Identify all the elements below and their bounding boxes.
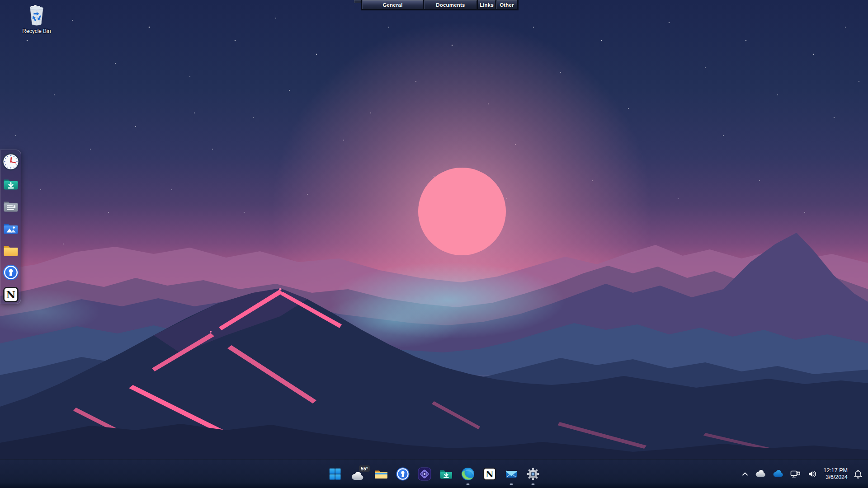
edge-button[interactable] (459, 461, 477, 487)
tab-other[interactable]: Other (496, 0, 517, 9)
downloads-folder-icon (439, 467, 453, 481)
tray-time: 12:17 PM (823, 467, 848, 474)
notifications-button[interactable] (853, 469, 863, 480)
mail-button[interactable] (502, 461, 520, 487)
tab-bar: General Documents Links Other (361, 0, 519, 10)
tray-date: 3/6/2024 (823, 474, 848, 481)
settings-gear-icon (526, 467, 540, 481)
tab-label: Documents (436, 2, 465, 8)
tab-links[interactable]: Links (478, 0, 495, 9)
start-button[interactable] (326, 461, 344, 487)
tab-general[interactable]: General (362, 0, 423, 9)
folder-icon (2, 242, 19, 259)
dock-pictures-folder[interactable] (2, 219, 20, 237)
file-explorer-button[interactable] (372, 461, 390, 487)
network-icon (790, 469, 801, 479)
window-corner-stub (354, 0, 361, 3)
bell-icon (854, 469, 863, 479)
cloud-gray-icon (755, 469, 766, 479)
network-tray[interactable] (789, 469, 802, 479)
media-app-button[interactable] (415, 461, 434, 487)
media-app-icon (417, 467, 432, 481)
speaker-icon (807, 469, 817, 479)
recycle-bin[interactable]: Recycle Bin (22, 4, 52, 34)
notion-button[interactable]: N (481, 461, 499, 487)
1password-icon (396, 467, 410, 481)
1password-button[interactable] (394, 461, 412, 487)
windows-logo-icon (328, 467, 342, 481)
1password-icon (2, 264, 19, 281)
clock-widget[interactable] (2, 153, 20, 171)
notion-icon: N (482, 467, 497, 481)
volume-tray[interactable] (807, 469, 818, 479)
file-explorer-icon (374, 467, 388, 481)
dock-downloads-folder[interactable] (2, 175, 20, 193)
onedrive-tray[interactable] (772, 469, 784, 479)
dock-1password[interactable] (2, 263, 20, 282)
cloud-gray-tray[interactable] (754, 469, 767, 479)
dock-notion[interactable]: N (2, 286, 20, 304)
tab-documents[interactable]: Documents (424, 0, 477, 9)
svg-text:N: N (6, 289, 15, 300)
svg-text:N: N (486, 469, 493, 479)
desktop: General Documents Links Other Recycle Bi… (0, 0, 868, 488)
documents-folder-icon (2, 197, 19, 215)
left-dock: N (0, 150, 21, 304)
clock-icon (2, 153, 20, 171)
tab-label: Links (480, 2, 494, 8)
system-tray: 12:17 PM 3/6/2024 (741, 460, 863, 488)
dock-documents-folder[interactable] (2, 197, 20, 215)
pictures-folder-icon (2, 220, 19, 237)
downloads-folder-icon (2, 175, 19, 192)
clock-date[interactable]: 12:17 PM 3/6/2024 (823, 467, 848, 481)
settings-button[interactable] (524, 461, 542, 487)
dock-folder[interactable] (2, 241, 20, 259)
wallpaper (0, 0, 868, 488)
edge-icon (461, 467, 475, 481)
taskbar-center-icons: 55° (326, 460, 542, 488)
recycle-bin-icon (26, 4, 47, 27)
onedrive-cloud-icon (773, 469, 783, 479)
tab-label: Other (500, 2, 514, 8)
weather-widget[interactable]: 55° (348, 461, 368, 487)
notion-icon: N (2, 286, 19, 303)
mail-icon (504, 467, 519, 481)
recycle-bin-label: Recycle Bin (22, 28, 52, 34)
downloads-folder-button[interactable] (437, 461, 455, 487)
hidden-icons-chevron[interactable] (741, 470, 749, 478)
tab-label: General (382, 2, 402, 8)
chevron-up-icon (742, 471, 748, 477)
taskbar: 55° (0, 459, 868, 488)
background-window-tabs: General Documents Links Other (354, 0, 519, 10)
weather-temperature: 55° (359, 465, 370, 472)
